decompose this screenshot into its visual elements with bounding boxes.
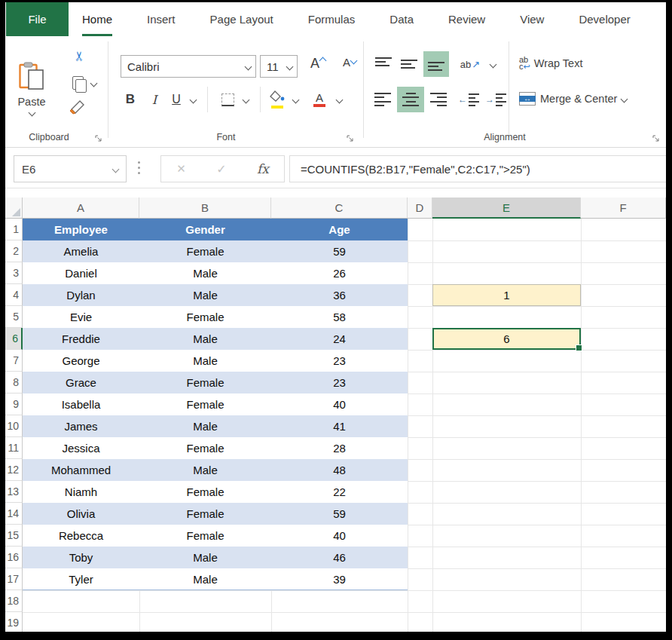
- row-header-5[interactable]: 5: [5, 306, 23, 328]
- increase-indent-button[interactable]: →: [484, 88, 507, 111]
- font-dialog-launcher-icon[interactable]: [347, 132, 354, 145]
- tab-data[interactable]: Data: [389, 2, 414, 36]
- table-cell[interactable]: 59: [271, 503, 408, 525]
- paste-button[interactable]: Paste: [11, 46, 52, 130]
- table-header-cell[interactable]: Age: [271, 219, 408, 240]
- table-cell[interactable]: Male: [139, 415, 271, 437]
- table-cell[interactable]: Female: [139, 525, 271, 547]
- table-cell[interactable]: Olivia: [23, 503, 139, 525]
- font-size-combo[interactable]: 11: [260, 55, 298, 78]
- fill-color-chevron-icon[interactable]: [292, 96, 300, 104]
- cancel-icon[interactable]: ✕: [176, 162, 186, 176]
- row-header-3[interactable]: 3: [5, 262, 23, 284]
- table-cell[interactable]: Daniel: [23, 262, 139, 284]
- table-cell[interactable]: George: [23, 350, 139, 372]
- table-cell[interactable]: 24: [271, 328, 408, 350]
- row-header-7[interactable]: 7: [5, 350, 23, 372]
- table-cell[interactable]: 23: [271, 350, 408, 372]
- table-cell[interactable]: Male: [139, 284, 271, 306]
- table-cell[interactable]: Female: [139, 437, 271, 459]
- tab-page-layout[interactable]: Page Layout: [210, 2, 273, 36]
- column-header-a[interactable]: A: [23, 198, 139, 219]
- align-center-button[interactable]: [397, 87, 424, 112]
- table-cell[interactable]: 22: [271, 481, 408, 503]
- column-header-b[interactable]: B: [139, 198, 271, 219]
- tab-insert[interactable]: Insert: [147, 2, 176, 36]
- table-cell[interactable]: Male: [139, 328, 271, 350]
- align-bottom-button[interactable]: [423, 51, 449, 77]
- merge-center-button[interactable]: ↔ Merge & Center: [519, 87, 627, 111]
- table-cell[interactable]: Female: [139, 393, 271, 415]
- row-header-1[interactable]: 1: [5, 219, 23, 240]
- format-painter-button[interactable]: [67, 99, 90, 118]
- table-cell[interactable]: Female: [139, 481, 271, 503]
- insert-function-icon[interactable]: fx: [257, 161, 269, 176]
- row-header-10[interactable]: 10: [5, 415, 23, 437]
- tab-formulas[interactable]: Formulas: [308, 2, 356, 36]
- tab-review[interactable]: Review: [448, 2, 485, 36]
- row-header-13[interactable]: 13: [5, 481, 23, 503]
- row-header-16[interactable]: 16: [5, 547, 23, 568]
- underline-chevron-icon[interactable]: [190, 96, 197, 104]
- table-cell[interactable]: Isabella: [23, 393, 139, 415]
- column-header-d[interactable]: D: [408, 198, 432, 219]
- table-cell[interactable]: Amelia: [23, 240, 139, 262]
- cell-e6[interactable]: 6: [432, 328, 581, 350]
- table-cell[interactable]: Niamh: [23, 481, 139, 503]
- table-cell[interactable]: 40: [271, 393, 408, 415]
- tab-view[interactable]: View: [520, 2, 544, 36]
- clipboard-dialog-launcher-icon[interactable]: [95, 132, 102, 145]
- row-header-14[interactable]: 14: [5, 503, 23, 525]
- font-color-button[interactable]: A: [308, 87, 331, 112]
- table-cell[interactable]: Male: [139, 262, 271, 284]
- orientation-button[interactable]: ab ↗: [457, 53, 483, 75]
- increase-font-size-button[interactable]: A: [305, 56, 331, 77]
- column-header-f[interactable]: F: [581, 198, 666, 219]
- row-header-6[interactable]: 6: [5, 328, 23, 350]
- column-header-e[interactable]: E: [432, 198, 581, 219]
- table-cell[interactable]: Male: [139, 568, 271, 590]
- row-header-18[interactable]: 18: [5, 590, 23, 612]
- table-cell[interactable]: Evie: [23, 306, 139, 328]
- row-header-2[interactable]: 2: [5, 240, 23, 262]
- align-top-button[interactable]: [372, 53, 395, 75]
- table-cell[interactable]: 58: [271, 306, 408, 328]
- table-cell[interactable]: Male: [139, 350, 271, 372]
- table-cell[interactable]: Grace: [23, 372, 139, 393]
- table-cell[interactable]: Rebecca: [23, 525, 139, 547]
- table-cell[interactable]: 23: [271, 372, 408, 393]
- row-header-12[interactable]: 12: [5, 459, 23, 481]
- cut-button[interactable]: ✂: [69, 45, 90, 66]
- align-middle-button[interactable]: [398, 53, 420, 75]
- copy-dropdown-chevron-icon[interactable]: [90, 80, 98, 87]
- orientation-chevron-icon[interactable]: [490, 61, 497, 69]
- table-cell[interactable]: 59: [271, 240, 408, 262]
- enter-icon[interactable]: ✓: [216, 162, 226, 176]
- table-cell[interactable]: 36: [271, 284, 408, 306]
- borders-button[interactable]: [216, 88, 239, 111]
- italic-button[interactable]: I: [145, 88, 163, 111]
- table-cell[interactable]: 28: [271, 437, 408, 459]
- row-header-11[interactable]: 11: [5, 437, 23, 459]
- table-header-cell[interactable]: Gender: [139, 219, 271, 240]
- row-header-19[interactable]: 19: [5, 612, 23, 632]
- borders-chevron-icon[interactable]: [243, 96, 250, 104]
- wrap-text-button[interactable]: ab c↩ Wrap Text: [519, 51, 582, 75]
- table-cell[interactable]: Female: [139, 372, 271, 393]
- table-cell[interactable]: Female: [139, 240, 271, 262]
- row-header-15[interactable]: 15: [5, 525, 23, 547]
- table-header-cell[interactable]: Employee: [23, 219, 139, 240]
- column-header-c[interactable]: C: [271, 198, 408, 219]
- row-header-17[interactable]: 17: [5, 568, 23, 590]
- table-cell[interactable]: 48: [271, 459, 408, 481]
- table-cell[interactable]: Tyler: [23, 568, 139, 590]
- align-left-button[interactable]: [371, 88, 394, 111]
- cell-e4[interactable]: 1: [432, 284, 581, 306]
- tab-file[interactable]: File: [6, 2, 69, 36]
- row-header-9[interactable]: 9: [5, 393, 23, 415]
- name-box[interactable]: E6: [14, 155, 127, 182]
- select-all-corner[interactable]: [5, 198, 23, 219]
- alignment-dialog-launcher-icon[interactable]: [652, 132, 660, 145]
- row-header-4[interactable]: 4: [5, 284, 23, 306]
- table-cell[interactable]: Freddie: [23, 328, 139, 350]
